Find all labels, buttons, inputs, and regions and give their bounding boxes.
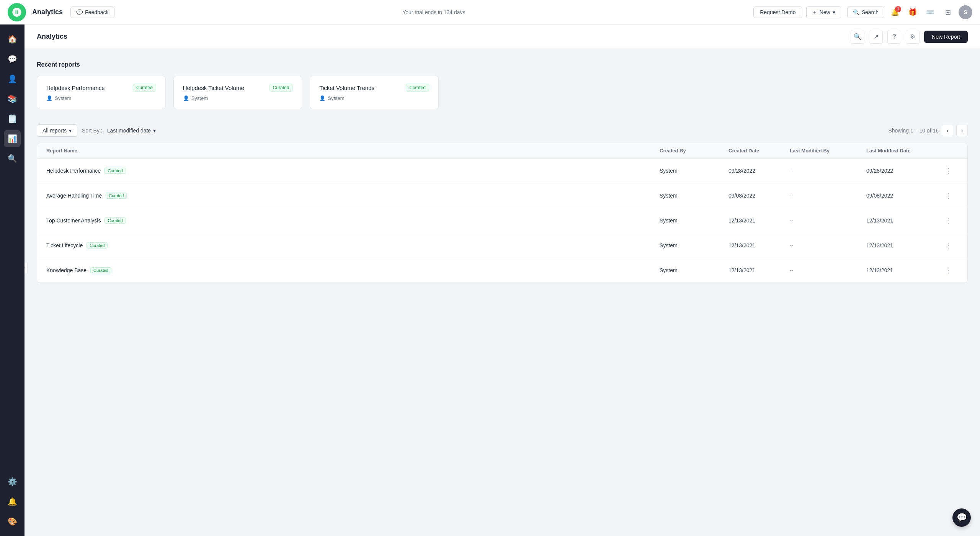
table-row[interactable]: Average Handling Time Curated System 09/… [37, 183, 967, 208]
sidebar-item-reports[interactable]: 🗒️ [4, 110, 21, 127]
sidebar: 🏠 💬 👤 📚 🗒️ 📊 🔍 ⚙️ 🔔 🎨 [0, 25, 24, 536]
header-pointer-button[interactable]: ↗ [869, 30, 883, 44]
person-icon: 👤 [183, 95, 189, 101]
row-0-badge: Curated [105, 168, 126, 174]
new-icon: ＋ [812, 9, 817, 16]
row-4-actions: ⋮ [943, 265, 958, 276]
col-actions [943, 148, 958, 154]
recent-report-card-header-2: Ticket Volume Trends Curated [319, 84, 429, 92]
recent-report-card-2[interactable]: Ticket Volume Trends Curated 👤 System [310, 76, 439, 109]
row-4-badge: Curated [90, 267, 111, 273]
recent-report-name-0: Helpdesk Performance [46, 85, 105, 91]
app-title: Analytics [32, 8, 63, 16]
recent-report-name-2: Ticket Volume Trends [319, 85, 374, 91]
chevron-down-icon: ▾ [69, 127, 72, 134]
header-help-button[interactable]: ? [887, 30, 901, 44]
notification-button[interactable]: 🔔 1 [888, 5, 902, 19]
sidebar-item-theme[interactable]: 🎨 [4, 513, 21, 530]
row-1-created-date: 09/08/2022 [728, 193, 790, 199]
row-3-created-date: 12/13/2021 [728, 242, 790, 248]
row-3-name: Ticket Lifecycle Curated [46, 242, 660, 248]
chat-icon: 💬 [957, 513, 967, 523]
row-1-badge: Curated [106, 193, 127, 199]
sort-label: Sort By : [82, 127, 103, 134]
sidebar-item-settings[interactable]: ⚙️ [4, 473, 21, 490]
recent-reports-section: Recent reports Helpdesk Performance Cura… [37, 61, 968, 109]
apps-button[interactable]: ⊞ [941, 5, 955, 19]
table-row[interactable]: Helpdesk Performance Curated System 09/2… [37, 159, 967, 183]
col-created-by: Created by [660, 148, 728, 154]
sidebar-item-analytics[interactable]: 📊 [4, 130, 21, 147]
recent-reports-grid: Helpdesk Performance Curated 👤 System He… [37, 76, 439, 109]
row-0-name: Helpdesk Performance Curated [46, 168, 660, 174]
row-1-created-by: System [660, 193, 728, 199]
recent-reports-title: Recent reports [37, 61, 968, 68]
avatar-button[interactable]: S [959, 5, 972, 19]
recent-report-card-0[interactable]: Helpdesk Performance Curated 👤 System [37, 76, 166, 109]
recent-report-card-1[interactable]: Helpdesk Ticket Volume Curated 👤 System [173, 76, 302, 109]
feedback-button[interactable]: 💬 Feedback [70, 7, 114, 18]
row-2-badge: Curated [105, 217, 126, 224]
recent-report-owner-0: 👤 System [46, 95, 156, 101]
header-settings-button[interactable]: ⚙ [906, 30, 920, 44]
table-row[interactable]: Ticket Lifecycle Curated System 12/13/20… [37, 233, 967, 258]
search-button[interactable]: 🔍 Search [847, 7, 884, 18]
page-header-actions: 🔍 ↗ ? ⚙ New Report [851, 30, 968, 44]
row-1-name: Average Handling Time Curated [46, 193, 660, 199]
pagination-info: Showing 1 – 10 of 16 ‹ › [888, 125, 968, 136]
header-search-button[interactable]: 🔍 [851, 30, 864, 44]
table-toolbar: All reports ▾ Sort By : Last modified da… [37, 124, 968, 137]
row-3-created-by: System [660, 242, 728, 248]
new-report-button[interactable]: New Report [924, 31, 968, 43]
row-0-created-by: System [660, 168, 728, 174]
new-button[interactable]: ＋ New ▾ [806, 6, 841, 18]
sort-button[interactable]: Last modified date ▾ [107, 127, 156, 134]
chat-bubble-button[interactable]: 💬 [952, 508, 971, 527]
row-1-modified-date: 09/08/2022 [866, 193, 943, 199]
recent-report-owner-1: 👤 System [183, 95, 293, 101]
row-1-more-button[interactable]: ⋮ [943, 190, 954, 201]
reports-table: Report Name Created by Created date Last… [37, 143, 968, 283]
sidebar-item-contacts[interactable]: 👤 [4, 70, 21, 87]
row-1-modified-by: -- [790, 193, 866, 199]
curated-badge-1: Curated [270, 84, 293, 92]
curated-badge-2: Curated [406, 84, 429, 92]
recent-report-owner-2: 👤 System [319, 95, 429, 101]
row-2-created-by: System [660, 217, 728, 224]
prev-page-button[interactable]: ‹ [942, 125, 953, 136]
request-demo-button[interactable]: Request Demo [753, 7, 802, 18]
row-0-more-button[interactable]: ⋮ [943, 165, 954, 176]
row-4-more-button[interactable]: ⋮ [943, 265, 954, 276]
filter-button[interactable]: All reports ▾ [37, 124, 77, 137]
row-3-modified-date: 12/13/2021 [866, 242, 943, 248]
main-layout: Analytics 🔍 ↗ ? ⚙ New Report Recent repo… [24, 25, 980, 536]
table-row[interactable]: Knowledge Base Curated System 12/13/2021… [37, 258, 967, 283]
sidebar-item-notifications[interactable]: 🔔 [4, 493, 21, 510]
page-header: Analytics 🔍 ↗ ? ⚙ New Report [24, 25, 980, 49]
table-row[interactable]: Top Customer Analysis Curated System 12/… [37, 208, 967, 233]
chevron-down-icon: ▾ [153, 127, 156, 134]
person-icon: 👤 [319, 95, 325, 101]
sidebar-item-search[interactable]: 🔍 [4, 150, 21, 167]
row-2-modified-date: 12/13/2021 [866, 217, 943, 224]
recent-report-card-header-0: Helpdesk Performance Curated [46, 84, 156, 92]
row-1-actions: ⋮ [943, 190, 958, 201]
table-header: Report Name Created by Created date Last… [37, 143, 967, 159]
recent-report-name-1: Helpdesk Ticket Volume [183, 85, 244, 91]
col-modified-date: Last Modified date [866, 148, 943, 154]
row-3-actions: ⋮ [943, 240, 958, 251]
gift-button[interactable]: 🎁 [906, 5, 920, 19]
keyboard-button[interactable]: ⌨️ [923, 5, 937, 19]
sidebar-item-home[interactable]: 🏠 [4, 31, 21, 47]
sidebar-bottom: ⚙️ 🔔 🎨 [4, 473, 21, 530]
top-navigation: Analytics 💬 Feedback Your trial ends in … [0, 0, 980, 25]
sidebar-item-chat[interactable]: 💬 [4, 51, 21, 67]
row-3-more-button[interactable]: ⋮ [943, 240, 954, 251]
feedback-icon: 💬 [76, 9, 83, 15]
nav-right-actions: 🔍 Search 🔔 1 🎁 ⌨️ ⊞ S [847, 5, 972, 19]
reports-table-section: All reports ▾ Sort By : Last modified da… [37, 124, 968, 283]
next-page-button[interactable]: › [956, 125, 968, 136]
sidebar-item-knowledge[interactable]: 📚 [4, 90, 21, 107]
row-2-more-button[interactable]: ⋮ [943, 215, 954, 226]
app-logo[interactable] [8, 3, 26, 21]
